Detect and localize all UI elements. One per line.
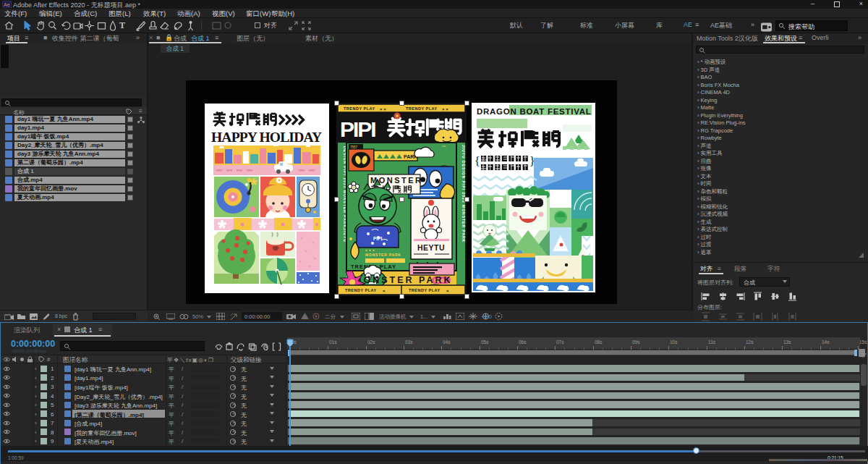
svg-text:×: × — [383, 289, 386, 293]
svg-text:7557: 7557 — [350, 145, 358, 149]
svg-text:× ×: × × — [380, 107, 386, 111]
svg-text:MONSTER PARK: MONSTER PARK — [354, 275, 452, 285]
svg-text:Ae: Ae — [4, 2, 10, 7]
svg-text:JIUYU DESIGN PIPI 2023 MONSTER: JIUYU DESIGN PIPI 2023 MONSTER PARK — [461, 145, 466, 242]
svg-text:● ● ●: ● ● ● — [365, 248, 375, 252]
svg-text:TRENDY PLAY: TRENDY PLAY — [409, 288, 441, 292]
svg-text:MONSTER PARK: MONSTER PARK — [365, 253, 401, 257]
svg-text:HAPPY HOLIDAY: HAPPY HOLIDAY — [211, 130, 322, 145]
svg-text:PIPI: PIPI — [373, 236, 382, 241]
svg-text:×: × — [446, 289, 449, 293]
svg-text:HEYTU: HEYTU — [417, 243, 445, 252]
svg-text:TRENDY PLAY: TRENDY PLAY — [344, 106, 375, 111]
svg-text:TRENDY PLAY: TRENDY PLAY — [406, 106, 438, 111]
svg-text:× ×: × × — [442, 107, 448, 111]
svg-text:{: { — [475, 155, 480, 167]
svg-text:***: *** — [442, 145, 446, 149]
svg-text:TRENDY PLAY: TRENDY PLAY — [345, 288, 377, 292]
svg-text:PIPI: PIPI — [340, 117, 375, 141]
svg-text:DRAGON BOAT FESTIVAL: DRAGON BOAT FESTIVAL — [477, 107, 591, 116]
